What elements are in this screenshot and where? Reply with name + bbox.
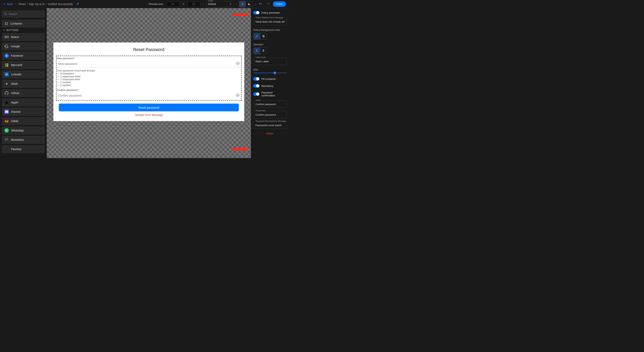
svg-point-8 bbox=[6, 148, 7, 149]
policy-previewer-toggle[interactable] bbox=[253, 11, 260, 14]
preview-width-input[interactable] bbox=[167, 1, 180, 7]
reset-password-button[interactable]: Reset password bbox=[59, 104, 239, 111]
match-error-input[interactable] bbox=[256, 124, 284, 127]
component-linkedin[interactable]: inLinkedIn bbox=[2, 70, 45, 78]
mandatory-toggle[interactable] bbox=[253, 84, 260, 88]
button-icon bbox=[4, 35, 9, 39]
fill-container-row: Fill container bbox=[253, 77, 287, 81]
match-error-field[interactable]: Password Matching Error Message bbox=[253, 121, 287, 129]
container-icon bbox=[4, 22, 8, 25]
placeholder-field[interactable]: Placeholder bbox=[253, 111, 287, 118]
search-input[interactable] bbox=[9, 12, 43, 15]
component-github[interactable]: Github bbox=[2, 89, 45, 97]
search-box[interactable] bbox=[2, 10, 45, 17]
color-settings-button[interactable] bbox=[260, 33, 267, 39]
gitlab-icon bbox=[4, 119, 9, 123]
component-microsoft[interactable]: Microsoft bbox=[2, 61, 45, 69]
bg-color-label: Policy background color bbox=[253, 28, 287, 31]
color-pick-button[interactable] bbox=[254, 33, 260, 39]
breadcrumb-item[interactable]: Sign Up or In bbox=[29, 2, 45, 6]
container-label: Container bbox=[10, 22, 22, 25]
svg-rect-6 bbox=[5, 65, 6, 67]
direction-group bbox=[253, 47, 267, 54]
component-button[interactable]: Button bbox=[2, 33, 45, 41]
eye-icon[interactable] bbox=[236, 93, 240, 98]
pw-confirmation-row: Password confirmation bbox=[253, 91, 287, 97]
ltr-button[interactable] bbox=[254, 48, 260, 54]
policy-error-field[interactable]: Policy Validation Error Message bbox=[253, 18, 287, 25]
undo-button[interactable] bbox=[258, 1, 263, 7]
component-passkey[interactable]: Passkey bbox=[2, 145, 45, 153]
passkey-icon bbox=[4, 147, 9, 151]
theme-toggle bbox=[239, 1, 253, 7]
mandatory-row: Mandatory bbox=[253, 84, 287, 88]
svg-point-17 bbox=[263, 35, 263, 36]
slider-thumb[interactable] bbox=[274, 72, 276, 74]
label-field[interactable]: Label bbox=[253, 100, 287, 108]
policy-previewer-row: Policy previewer bbox=[253, 11, 287, 14]
breadcrumb-item[interactable]: Flows bbox=[18, 2, 26, 6]
component-facebook[interactable]: Facebook bbox=[2, 52, 45, 59]
policy-previewer-label: Policy previewer bbox=[262, 11, 280, 14]
preview-height-input[interactable] bbox=[188, 1, 200, 7]
arrow-callout bbox=[232, 12, 249, 17]
label-style-input[interactable] bbox=[256, 60, 284, 63]
svg-rect-7 bbox=[7, 65, 8, 67]
arrow-callout bbox=[232, 147, 249, 151]
component-label: Github bbox=[11, 91, 19, 95]
policy-item: 1 uppercase letter bbox=[58, 75, 241, 78]
github-icon bbox=[4, 91, 9, 95]
breadcrumb-item[interactable]: Verified Successfully bbox=[48, 2, 73, 6]
undo-icon bbox=[259, 2, 262, 5]
placeholder-field-input[interactable] bbox=[256, 113, 284, 116]
selected-element[interactable]: New password * Your password must have a… bbox=[56, 56, 242, 101]
size-slider[interactable] bbox=[253, 73, 287, 73]
search-icon bbox=[4, 12, 7, 16]
component-slack[interactable]: Slack bbox=[2, 80, 45, 88]
component-biometrics[interactable]: Biometrics bbox=[2, 136, 45, 144]
preview-card: Reset Password New password * Your passw… bbox=[53, 42, 244, 121]
arrow-left-icon bbox=[3, 3, 6, 5]
dark-mode-button[interactable] bbox=[246, 1, 252, 7]
policy-error-input[interactable] bbox=[256, 20, 284, 23]
preview-size-label: Preview size: bbox=[149, 2, 164, 5]
label-style-field[interactable]: Label Style bbox=[253, 58, 287, 65]
apple-icon bbox=[4, 100, 9, 104]
component-apple[interactable]: Apple bbox=[2, 98, 45, 106]
confirm-password-input[interactable] bbox=[58, 94, 236, 97]
canvas[interactable]: Reset Password New password * Your passw… bbox=[47, 8, 251, 158]
linkedin-icon: in bbox=[4, 72, 9, 76]
back-link[interactable]: Back bbox=[3, 2, 13, 6]
component-gitlab[interactable]: Gitlab bbox=[2, 117, 45, 125]
fingerprint-icon bbox=[4, 138, 9, 142]
divider: | bbox=[202, 2, 203, 6]
ltr-icon bbox=[255, 49, 258, 52]
new-password-field[interactable] bbox=[57, 60, 241, 67]
redo-button[interactable] bbox=[266, 1, 270, 7]
component-discord[interactable]: Discord bbox=[2, 108, 45, 116]
confirm-password-field[interactable] bbox=[57, 92, 241, 99]
rtl-button[interactable] bbox=[260, 48, 267, 54]
svg-point-0 bbox=[242, 3, 243, 4]
pw-confirmation-toggle[interactable] bbox=[253, 92, 260, 96]
edit-icon[interactable] bbox=[76, 2, 80, 6]
new-password-input[interactable] bbox=[58, 62, 236, 65]
component-whatsapp[interactable]: WhatsApp bbox=[2, 127, 45, 134]
component-google[interactable]: Google bbox=[2, 42, 45, 50]
moon-icon bbox=[248, 2, 251, 6]
google-icon bbox=[4, 44, 9, 48]
policy-list: 8 characters 1 uppercase letter 1 lowerc… bbox=[57, 72, 241, 87]
component-label: Passkey bbox=[11, 148, 22, 151]
delete-button[interactable]: Delete bbox=[253, 132, 287, 135]
done-button[interactable]: Done bbox=[273, 1, 286, 7]
match-error-label: Password Matching Error Message bbox=[255, 120, 287, 122]
style-select[interactable]: Style Default ▾ bbox=[206, 1, 234, 7]
policy-item: 1 lowercase letter bbox=[58, 78, 241, 81]
label-field-input[interactable] bbox=[256, 103, 284, 106]
buttons-section-header[interactable]: BUTTONS bbox=[3, 29, 45, 31]
eye-icon[interactable] bbox=[236, 61, 240, 66]
fill-container-toggle[interactable] bbox=[253, 77, 260, 81]
container-item[interactable]: Container bbox=[2, 20, 45, 27]
light-mode-button[interactable] bbox=[239, 1, 246, 7]
whatsapp-icon bbox=[4, 128, 9, 133]
